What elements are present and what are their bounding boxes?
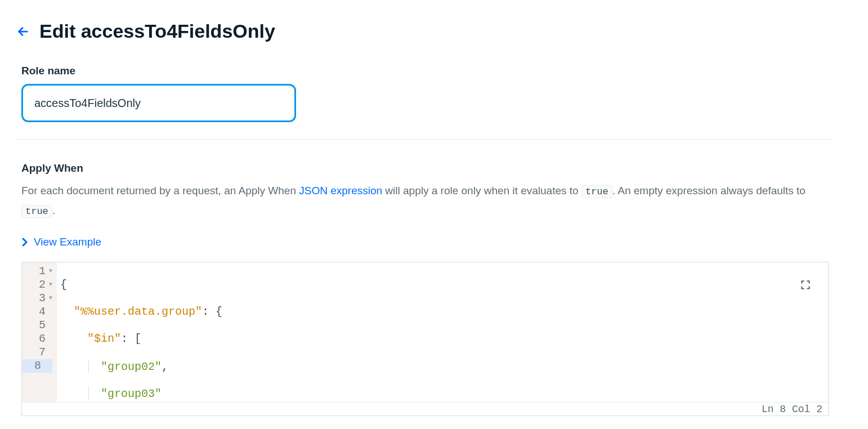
editor-gutter: 1▼ 2▼ 3▼ 4 5 6 7 8 bbox=[22, 262, 57, 402]
role-name-label: Role name bbox=[21, 65, 829, 77]
code-true: true bbox=[581, 185, 612, 198]
desc-text: For each document returned by a request,… bbox=[21, 185, 299, 196]
back-arrow-icon[interactable] bbox=[17, 25, 29, 38]
view-example-toggle[interactable]: View Example bbox=[21, 236, 101, 248]
expand-icon[interactable] bbox=[800, 279, 811, 294]
editor-status-bar: Ln 8 Col 2 bbox=[22, 402, 828, 415]
page-header: Edit accessTo4FieldsOnly bbox=[17, 20, 833, 42]
role-name-input[interactable] bbox=[21, 84, 296, 122]
view-example-label: View Example bbox=[34, 236, 101, 248]
page-title: Edit accessTo4FieldsOnly bbox=[39, 20, 275, 42]
editor-content[interactable]: { "%%user.data.group": { "$in": [ "group… bbox=[57, 262, 828, 402]
code-true: true bbox=[21, 205, 52, 218]
desc-text: will apply a role only when it evaluates… bbox=[382, 185, 581, 196]
desc-text: . An empty expression always defaults to bbox=[612, 185, 806, 196]
chevron-right-icon bbox=[21, 238, 28, 247]
desc-text: . bbox=[52, 204, 55, 216]
divider bbox=[17, 139, 833, 140]
cursor-position: Ln 8 Col 2 bbox=[762, 404, 822, 415]
apply-when-description: For each document returned by a request,… bbox=[21, 181, 829, 220]
code-editor[interactable]: 1▼ 2▼ 3▼ 4 5 6 7 8 { "%%user.data.group"… bbox=[21, 262, 829, 416]
apply-when-heading: Apply When bbox=[21, 162, 829, 175]
json-expression-link[interactable]: JSON expression bbox=[299, 185, 382, 196]
